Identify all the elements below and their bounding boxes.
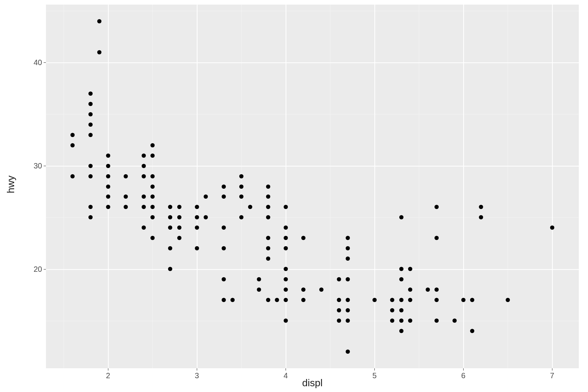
data-point: [177, 205, 181, 209]
grid-major-v: [463, 5, 464, 368]
data-point: [399, 277, 403, 281]
data-point: [177, 236, 181, 240]
data-point: [284, 298, 288, 302]
data-point: [399, 318, 403, 323]
data-point: [88, 164, 93, 168]
data-point: [168, 215, 172, 219]
data-point: [168, 225, 172, 230]
data-point: [88, 205, 93, 209]
data-point: [150, 143, 155, 147]
grid-major-h: [46, 166, 579, 167]
y-tick: [44, 269, 46, 270]
data-point: [337, 318, 341, 323]
data-point: [408, 298, 412, 302]
data-point: [346, 298, 350, 302]
data-point: [142, 194, 146, 199]
data-point: [142, 164, 146, 168]
data-point: [222, 185, 226, 189]
data-point: [284, 287, 288, 292]
data-point: [222, 225, 226, 230]
data-point: [452, 318, 457, 323]
data-point: [301, 298, 305, 302]
data-point: [177, 225, 181, 230]
data-point: [239, 185, 243, 189]
data-point: [266, 246, 270, 250]
data-point: [434, 318, 439, 323]
data-point: [346, 236, 350, 240]
y-tick-label: 30: [34, 162, 42, 170]
data-point: [70, 143, 75, 147]
data-point: [239, 174, 243, 178]
data-point: [204, 215, 208, 219]
grid-major-v: [374, 5, 375, 368]
data-point: [195, 215, 199, 219]
data-point: [150, 205, 155, 209]
y-tick: [44, 62, 46, 63]
data-point: [337, 308, 341, 312]
data-point: [106, 194, 110, 199]
data-point: [222, 277, 226, 281]
data-point: [434, 205, 439, 209]
x-tick: [108, 368, 108, 371]
data-point: [88, 112, 93, 116]
data-point: [195, 205, 199, 209]
data-point: [195, 225, 199, 230]
data-point: [177, 215, 181, 219]
data-point: [399, 298, 403, 302]
data-point: [266, 236, 270, 240]
data-point: [346, 318, 350, 323]
data-point: [284, 277, 288, 281]
data-point: [222, 194, 226, 199]
data-point: [88, 215, 93, 219]
data-point: [230, 298, 235, 302]
data-point: [470, 298, 474, 302]
data-point: [150, 236, 155, 240]
data-point: [346, 246, 350, 250]
data-point: [124, 174, 128, 178]
y-axis-title: hwy: [3, 0, 18, 368]
data-point: [239, 194, 243, 199]
data-point: [284, 246, 288, 250]
x-tick: [374, 368, 375, 371]
data-point: [142, 154, 146, 158]
data-point: [470, 329, 474, 333]
data-point: [195, 246, 199, 250]
data-point: [399, 329, 403, 333]
data-point: [97, 50, 101, 54]
data-point: [390, 298, 394, 302]
grid-minor-v: [419, 5, 419, 368]
data-point: [506, 298, 510, 302]
data-point: [434, 236, 439, 240]
y-tick: [44, 166, 46, 166]
data-point: [399, 308, 403, 312]
x-axis-label-text: displ: [302, 377, 322, 389]
data-point: [124, 194, 128, 199]
data-point: [70, 133, 75, 137]
data-point: [88, 91, 93, 96]
data-point: [150, 174, 155, 178]
data-point: [346, 256, 350, 261]
data-point: [142, 174, 146, 178]
y-axis-label-text: hwy: [5, 175, 17, 193]
x-tick: [286, 368, 286, 371]
data-point: [106, 185, 110, 189]
data-point: [284, 267, 288, 271]
data-point: [346, 350, 350, 354]
data-point: [408, 318, 412, 323]
data-point: [150, 215, 155, 219]
data-point: [70, 174, 75, 178]
data-point: [284, 205, 288, 209]
grid-minor-h: [46, 114, 579, 114]
grid-major-h: [46, 269, 579, 270]
data-point: [337, 277, 341, 281]
scatter-chart: hwy 234567203040 displ: [0, 0, 588, 392]
data-point: [266, 205, 270, 209]
data-point: [168, 246, 172, 250]
data-point: [284, 236, 288, 240]
y-tick-label: 20: [34, 265, 42, 273]
data-point: [168, 205, 172, 209]
data-point: [408, 287, 412, 292]
data-point: [257, 277, 261, 281]
data-point: [106, 174, 110, 178]
data-point: [150, 154, 155, 158]
